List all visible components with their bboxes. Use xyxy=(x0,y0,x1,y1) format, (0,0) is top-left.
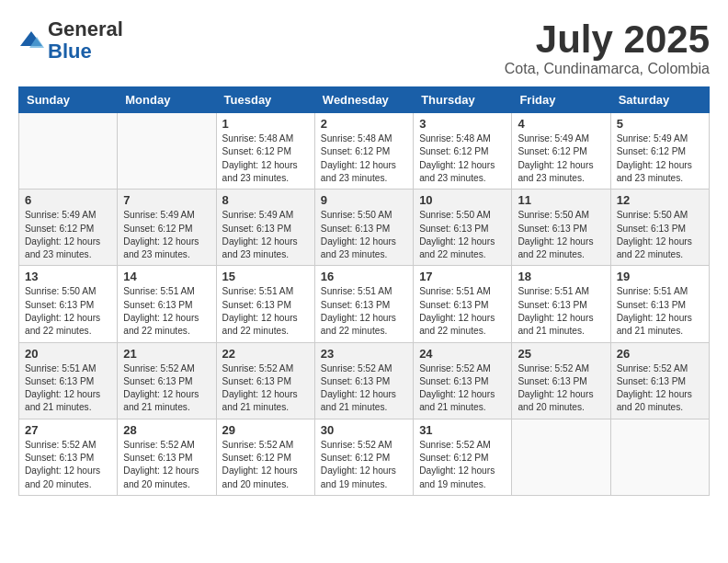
calendar-cell xyxy=(610,419,709,495)
day-number: 21 xyxy=(123,347,210,361)
day-number: 10 xyxy=(419,193,506,207)
calendar-cell: 10Sunrise: 5:50 AM Sunset: 6:13 PM Dayli… xyxy=(414,190,512,266)
day-info: Sunrise: 5:50 AM Sunset: 6:13 PM Dayligh… xyxy=(617,209,703,261)
calendar-cell: 16Sunrise: 5:51 AM Sunset: 6:13 PM Dayli… xyxy=(314,266,413,342)
day-info: Sunrise: 5:51 AM Sunset: 6:13 PM Dayligh… xyxy=(222,285,309,338)
calendar-cell: 13Sunrise: 5:50 AM Sunset: 6:13 PM Dayli… xyxy=(19,266,118,342)
calendar-cell xyxy=(118,113,216,190)
day-number: 28 xyxy=(123,423,210,437)
day-info: Sunrise: 5:51 AM Sunset: 6:13 PM Dayligh… xyxy=(419,285,506,338)
calendar-cell: 31Sunrise: 5:52 AM Sunset: 6:12 PM Dayli… xyxy=(414,419,512,495)
day-info: Sunrise: 5:52 AM Sunset: 6:13 PM Dayligh… xyxy=(123,362,210,415)
day-number: 2 xyxy=(321,117,407,131)
day-info: Sunrise: 5:51 AM Sunset: 6:13 PM Dayligh… xyxy=(25,362,111,415)
day-number: 11 xyxy=(518,193,604,207)
day-of-week-header: Wednesday xyxy=(314,87,413,113)
calendar-cell: 28Sunrise: 5:52 AM Sunset: 6:13 PM Dayli… xyxy=(118,419,216,495)
day-number: 5 xyxy=(617,117,703,131)
day-number: 17 xyxy=(419,270,506,283)
day-info: Sunrise: 5:52 AM Sunset: 6:13 PM Dayligh… xyxy=(222,362,309,415)
day-number: 14 xyxy=(123,270,210,283)
calendar-cell: 11Sunrise: 5:50 AM Sunset: 6:13 PM Dayli… xyxy=(512,190,610,266)
day-number: 7 xyxy=(123,193,210,207)
calendar-cell: 22Sunrise: 5:52 AM Sunset: 6:13 PM Dayli… xyxy=(216,342,314,419)
day-info: Sunrise: 5:49 AM Sunset: 6:12 PM Dayligh… xyxy=(123,209,210,261)
day-info: Sunrise: 5:52 AM Sunset: 6:13 PM Dayligh… xyxy=(617,362,703,415)
calendar-cell: 30Sunrise: 5:52 AM Sunset: 6:12 PM Dayli… xyxy=(314,419,413,495)
calendar-cell: 12Sunrise: 5:50 AM Sunset: 6:13 PM Dayli… xyxy=(610,190,709,266)
day-info: Sunrise: 5:52 AM Sunset: 6:13 PM Dayligh… xyxy=(518,362,604,415)
day-info: Sunrise: 5:51 AM Sunset: 6:13 PM Dayligh… xyxy=(518,285,604,338)
calendar-cell: 14Sunrise: 5:51 AM Sunset: 6:13 PM Dayli… xyxy=(118,266,216,342)
calendar-table: SundayMondayTuesdayWednesdayThursdayFrid… xyxy=(18,86,710,496)
day-number: 13 xyxy=(25,270,111,283)
calendar-cell: 7Sunrise: 5:49 AM Sunset: 6:12 PM Daylig… xyxy=(118,190,216,266)
logo: General Blue xyxy=(18,18,123,63)
day-info: Sunrise: 5:49 AM Sunset: 6:12 PM Dayligh… xyxy=(518,132,604,185)
day-info: Sunrise: 5:49 AM Sunset: 6:12 PM Dayligh… xyxy=(617,132,703,185)
day-number: 23 xyxy=(321,347,407,361)
day-of-week-header: Sunday xyxy=(19,87,118,113)
month-title: July 2025 xyxy=(505,18,710,61)
day-info: Sunrise: 5:49 AM Sunset: 6:13 PM Dayligh… xyxy=(222,209,309,261)
day-of-week-header: Monday xyxy=(118,87,216,113)
day-info: Sunrise: 5:52 AM Sunset: 6:12 PM Dayligh… xyxy=(222,439,309,491)
day-number: 12 xyxy=(617,193,703,207)
title-block: July 2025 Cota, Cundinamarca, Colombia xyxy=(505,18,710,77)
day-info: Sunrise: 5:52 AM Sunset: 6:13 PM Dayligh… xyxy=(419,362,506,415)
logo-blue-text: Blue xyxy=(48,40,92,63)
day-info: Sunrise: 5:48 AM Sunset: 6:12 PM Dayligh… xyxy=(222,132,309,185)
day-info: Sunrise: 5:51 AM Sunset: 6:13 PM Dayligh… xyxy=(321,285,407,338)
calendar-cell: 9Sunrise: 5:50 AM Sunset: 6:13 PM Daylig… xyxy=(314,190,413,266)
calendar-cell: 17Sunrise: 5:51 AM Sunset: 6:13 PM Dayli… xyxy=(414,266,512,342)
day-number: 18 xyxy=(518,270,604,283)
day-number: 4 xyxy=(518,117,604,131)
calendar-cell: 2Sunrise: 5:48 AM Sunset: 6:12 PM Daylig… xyxy=(314,113,413,190)
day-info: Sunrise: 5:50 AM Sunset: 6:13 PM Dayligh… xyxy=(25,285,111,338)
calendar-cell xyxy=(19,113,118,190)
day-number: 31 xyxy=(419,423,506,437)
day-info: Sunrise: 5:50 AM Sunset: 6:13 PM Dayligh… xyxy=(419,209,506,261)
calendar-cell: 5Sunrise: 5:49 AM Sunset: 6:12 PM Daylig… xyxy=(610,113,709,190)
day-info: Sunrise: 5:52 AM Sunset: 6:13 PM Dayligh… xyxy=(123,439,210,491)
day-info: Sunrise: 5:52 AM Sunset: 6:12 PM Dayligh… xyxy=(419,439,506,491)
calendar-header-row: SundayMondayTuesdayWednesdayThursdayFrid… xyxy=(19,87,710,113)
day-info: Sunrise: 5:52 AM Sunset: 6:12 PM Dayligh… xyxy=(321,439,407,491)
calendar-week-row: 1Sunrise: 5:48 AM Sunset: 6:12 PM Daylig… xyxy=(19,113,710,190)
day-info: Sunrise: 5:52 AM Sunset: 6:13 PM Dayligh… xyxy=(321,362,407,415)
calendar-cell: 29Sunrise: 5:52 AM Sunset: 6:12 PM Dayli… xyxy=(216,419,314,495)
calendar-cell xyxy=(512,419,610,495)
calendar-cell: 4Sunrise: 5:49 AM Sunset: 6:12 PM Daylig… xyxy=(512,113,610,190)
day-number: 22 xyxy=(222,347,309,361)
calendar-cell: 21Sunrise: 5:52 AM Sunset: 6:13 PM Dayli… xyxy=(118,342,216,419)
calendar-week-row: 13Sunrise: 5:50 AM Sunset: 6:13 PM Dayli… xyxy=(19,266,710,342)
calendar-cell: 6Sunrise: 5:49 AM Sunset: 6:12 PM Daylig… xyxy=(19,190,118,266)
day-number: 3 xyxy=(419,117,506,131)
calendar-cell: 26Sunrise: 5:52 AM Sunset: 6:13 PM Dayli… xyxy=(610,342,709,419)
day-info: Sunrise: 5:51 AM Sunset: 6:13 PM Dayligh… xyxy=(617,285,703,338)
day-info: Sunrise: 5:52 AM Sunset: 6:13 PM Dayligh… xyxy=(25,439,111,491)
day-info: Sunrise: 5:50 AM Sunset: 6:13 PM Dayligh… xyxy=(518,209,604,261)
day-number: 1 xyxy=(222,117,309,131)
day-of-week-header: Friday xyxy=(512,87,610,113)
location-subtitle: Cota, Cundinamarca, Colombia xyxy=(505,61,710,77)
logo-icon xyxy=(18,28,44,53)
day-number: 6 xyxy=(25,193,111,207)
day-info: Sunrise: 5:49 AM Sunset: 6:12 PM Dayligh… xyxy=(25,209,111,261)
day-number: 8 xyxy=(222,193,309,207)
calendar-cell: 3Sunrise: 5:48 AM Sunset: 6:12 PM Daylig… xyxy=(414,113,512,190)
day-number: 20 xyxy=(25,347,111,361)
day-number: 16 xyxy=(321,270,407,283)
calendar-cell: 19Sunrise: 5:51 AM Sunset: 6:13 PM Dayli… xyxy=(610,266,709,342)
calendar-cell: 1Sunrise: 5:48 AM Sunset: 6:12 PM Daylig… xyxy=(216,113,314,190)
day-number: 25 xyxy=(518,347,604,361)
day-info: Sunrise: 5:48 AM Sunset: 6:12 PM Dayligh… xyxy=(419,132,506,185)
day-of-week-header: Saturday xyxy=(610,87,709,113)
day-info: Sunrise: 5:50 AM Sunset: 6:13 PM Dayligh… xyxy=(321,209,407,261)
day-number: 15 xyxy=(222,270,309,283)
calendar-cell: 24Sunrise: 5:52 AM Sunset: 6:13 PM Dayli… xyxy=(414,342,512,419)
calendar-cell: 20Sunrise: 5:51 AM Sunset: 6:13 PM Dayli… xyxy=(19,342,118,419)
calendar-week-row: 6Sunrise: 5:49 AM Sunset: 6:12 PM Daylig… xyxy=(19,190,710,266)
day-of-week-header: Thursday xyxy=(414,87,512,113)
day-info: Sunrise: 5:51 AM Sunset: 6:13 PM Dayligh… xyxy=(123,285,210,338)
